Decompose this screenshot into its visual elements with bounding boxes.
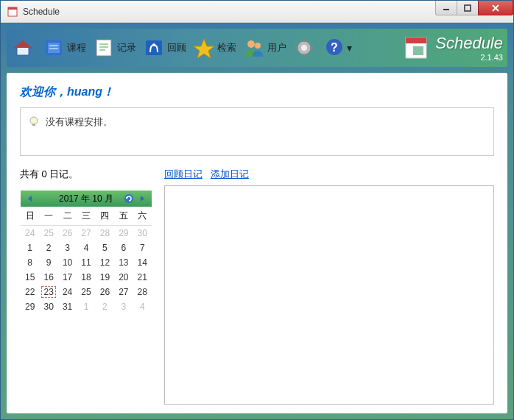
gear-icon	[292, 36, 316, 60]
course-icon	[42, 36, 66, 60]
calendar-day[interactable]: 5	[96, 241, 114, 255]
calendar-day[interactable]: 28	[133, 285, 152, 299]
help-icon: ?	[323, 36, 347, 60]
calendar-day[interactable]: 16	[39, 270, 57, 285]
calendar-day[interactable]: 6	[114, 241, 133, 255]
brand: Schedule 2.1.43	[435, 34, 503, 62]
calendar-day[interactable]: 14	[133, 255, 152, 270]
calendar-day[interactable]: 17	[58, 270, 77, 285]
calendar-day[interactable]: 18	[77, 270, 95, 285]
calendar-day[interactable]: 8	[21, 255, 39, 270]
right-column: 回顾日记 添加日记	[164, 168, 494, 405]
maximize-button[interactable]	[457, 1, 479, 15]
calendar-day[interactable]: 3	[114, 299, 133, 314]
calendar-dow: 五	[114, 207, 133, 226]
calendar-grid: 日一二三四五六242526272829301234567891011121314…	[21, 207, 152, 314]
calendar-day[interactable]: 4	[133, 299, 152, 314]
calendar-day[interactable]: 25	[39, 226, 57, 241]
toolbar-home[interactable]	[11, 36, 36, 60]
calendar-dow: 六	[133, 207, 152, 226]
svg-point-20	[255, 43, 261, 49]
svg-rect-16	[146, 40, 162, 55]
brand-name: Schedule	[435, 34, 503, 53]
toolbar-settings[interactable]	[292, 36, 317, 60]
calendar-day[interactable]: 12	[96, 255, 114, 270]
svg-marker-18	[194, 39, 214, 58]
toolbar: 课程 记录 回顾 检索	[7, 29, 507, 67]
calendar-day[interactable]: 31	[58, 299, 77, 314]
calendar-day[interactable]: 26	[58, 226, 77, 241]
calendar-day[interactable]: 24	[58, 285, 77, 299]
diary-links: 回顾日记 添加日记	[164, 168, 494, 181]
calendar-day[interactable]: 2	[96, 299, 114, 314]
calendar-day[interactable]: 30	[39, 299, 57, 314]
diary-pane[interactable]	[164, 185, 494, 405]
calendar: 2017 年 10 月 日一二三四五六242526272829301234567…	[20, 190, 152, 315]
calendar-day[interactable]: 4	[77, 241, 95, 255]
window-controls	[436, 1, 513, 22]
calendar-day[interactable]: 1	[77, 299, 95, 314]
calendar-today-button[interactable]	[122, 192, 135, 205]
calendar-day[interactable]: 7	[133, 241, 152, 255]
calendar-day[interactable]: 27	[77, 226, 95, 241]
calendar-dow: 二	[58, 207, 77, 226]
calendar-day[interactable]: 3	[58, 241, 77, 255]
svg-rect-9	[48, 43, 60, 53]
toolbar-help[interactable]: ? ▾	[323, 36, 352, 60]
minimize-button[interactable]	[435, 1, 457, 15]
calendar-next-button[interactable]	[135, 192, 149, 205]
toolbar-user[interactable]: 用户	[242, 36, 286, 60]
toolbar-label: 用户	[267, 41, 286, 54]
calendar-day[interactable]: 27	[114, 285, 133, 299]
toolbar-course[interactable]: 课程	[42, 36, 86, 60]
window-body: 课程 记录 回顾 检索	[1, 23, 513, 419]
calendar-day[interactable]: 13	[114, 255, 133, 270]
calendar-day[interactable]: 24	[21, 226, 39, 241]
calendar-prev-button[interactable]	[24, 192, 37, 205]
calendar-day[interactable]: 15	[21, 270, 39, 285]
calendar-day[interactable]: 9	[39, 255, 57, 270]
calendar-day[interactable]: 25	[77, 285, 95, 299]
calendar-day[interactable]: 19	[96, 270, 114, 285]
brand-icon	[403, 35, 429, 61]
toolbar-label: 课程	[67, 41, 86, 54]
calendar-day[interactable]: 20	[114, 270, 133, 285]
calendar-day[interactable]: 22	[21, 285, 39, 299]
user-icon	[242, 36, 266, 60]
calendar-title[interactable]: 2017 年 10 月	[59, 193, 113, 205]
calendar-day[interactable]: 11	[77, 255, 95, 270]
toolbar-search[interactable]: 检索	[192, 36, 236, 60]
home-icon	[11, 36, 35, 60]
calendar-day[interactable]: 30	[133, 226, 152, 241]
left-column: 共有 0 日记。 2017 年 10 月	[20, 168, 152, 405]
add-diary-link[interactable]: 添加日记	[211, 168, 249, 179]
message-box: 没有课程安排。	[20, 107, 494, 156]
titlebar: Schedule	[1, 1, 513, 23]
lightbulb-icon	[28, 115, 40, 127]
calendar-dow: 日	[21, 207, 39, 226]
app-window: Schedule 课程 记录	[0, 0, 514, 420]
content-area: 欢迎你，huang！ 没有课程安排。 共有 0 日记。 201	[7, 73, 507, 413]
calendar-day[interactable]: 23	[39, 285, 57, 299]
calendar-day[interactable]: 29	[114, 226, 133, 241]
svg-rect-3	[465, 5, 471, 11]
svg-point-22	[301, 45, 307, 51]
calendar-day[interactable]: 10	[58, 255, 77, 270]
toolbar-label: 记录	[117, 41, 136, 54]
toolbar-record[interactable]: 记录	[92, 36, 136, 60]
calendar-day[interactable]: 21	[133, 270, 152, 285]
toolbar-label: 回顾	[167, 41, 186, 54]
calendar-day[interactable]: 2	[39, 241, 57, 255]
calendar-dow: 四	[96, 207, 114, 226]
close-button[interactable]	[478, 1, 513, 15]
calendar-day[interactable]: 28	[96, 226, 114, 241]
svg-marker-34	[28, 196, 32, 202]
toolbar-review[interactable]: 回顾	[142, 36, 186, 60]
calendar-day[interactable]: 1	[21, 241, 39, 255]
svg-rect-31	[413, 46, 423, 55]
svg-point-35	[124, 194, 133, 203]
dropdown-arrow-icon: ▾	[347, 42, 352, 54]
calendar-day[interactable]: 26	[96, 285, 114, 299]
review-diary-link[interactable]: 回顾日记	[164, 168, 203, 179]
calendar-day[interactable]: 29	[21, 299, 39, 314]
